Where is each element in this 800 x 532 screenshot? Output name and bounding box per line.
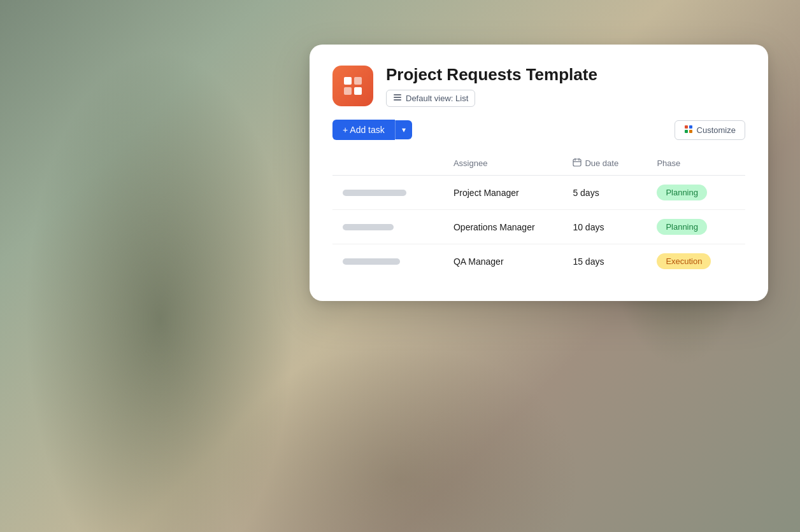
table-row: Operations Manager10 daysPlanning xyxy=(332,210,745,244)
card-header: Project Requests Template Default view: … xyxy=(332,65,745,107)
svg-rect-3 xyxy=(354,87,362,95)
duedate-cell-3: 15 days xyxy=(562,244,646,279)
task-bar xyxy=(343,224,394,230)
project-table: Assignee Due date xyxy=(332,151,745,278)
task-cell-1 xyxy=(332,176,443,210)
add-task-group: + Add task ▾ xyxy=(332,120,412,140)
view-badge-label: Default view: List xyxy=(406,94,468,103)
task-bar xyxy=(343,258,400,265)
header-text: Project Requests Template Default view: … xyxy=(386,65,597,107)
svg-rect-0 xyxy=(344,77,352,85)
phase-badge-3: Execution xyxy=(657,253,711,269)
assignee-cell-1: Project Manager xyxy=(443,176,562,210)
svg-rect-11 xyxy=(573,159,581,166)
svg-rect-6 xyxy=(394,99,401,101)
toolbar: + Add task ▾ Customize xyxy=(332,120,745,140)
phase-badge-1: Planning xyxy=(657,185,707,200)
table-row: Project Manager5 daysPlanning xyxy=(332,176,745,210)
task-cell-2 xyxy=(332,210,443,244)
add-task-button[interactable]: + Add task xyxy=(332,120,395,140)
card-title: Project Requests Template xyxy=(386,65,597,85)
default-view-badge[interactable]: Default view: List xyxy=(386,90,475,107)
app-icon xyxy=(332,66,373,106)
svg-rect-5 xyxy=(394,97,401,98)
svg-rect-9 xyxy=(685,130,688,133)
col-header-task xyxy=(332,151,443,176)
svg-rect-4 xyxy=(394,94,401,95)
assignee-cell-3: QA Manager xyxy=(443,244,562,279)
project-requests-card: Project Requests Template Default view: … xyxy=(310,45,768,301)
svg-rect-8 xyxy=(689,125,692,129)
col-header-duedate: Due date xyxy=(562,151,646,176)
phase-cell-2: Planning xyxy=(646,210,745,244)
svg-rect-10 xyxy=(689,130,692,133)
svg-rect-7 xyxy=(685,125,688,129)
svg-rect-2 xyxy=(344,87,352,95)
duedate-cell-1: 5 days xyxy=(562,176,646,210)
task-cell-3 xyxy=(332,244,443,279)
assignee-cell-2: Operations Manager xyxy=(443,210,562,244)
grid-icon xyxy=(684,125,693,136)
col-header-assignee: Assignee xyxy=(443,151,562,176)
list-icon xyxy=(393,93,402,104)
duedate-cell-2: 10 days xyxy=(562,210,646,244)
customize-button[interactable]: Customize xyxy=(675,120,745,140)
phase-badge-2: Planning xyxy=(657,219,707,235)
phase-cell-1: Planning xyxy=(646,176,745,210)
task-bar xyxy=(343,190,406,196)
calendar-icon xyxy=(573,158,582,169)
add-task-dropdown-button[interactable]: ▾ xyxy=(395,120,412,139)
col-header-phase: Phase xyxy=(646,151,745,176)
svg-rect-1 xyxy=(354,77,362,85)
table-row: QA Manager15 daysExecution xyxy=(332,244,745,279)
table-header-row: Assignee Due date xyxy=(332,151,745,176)
phase-cell-3: Execution xyxy=(646,244,745,279)
customize-label: Customize xyxy=(697,125,736,135)
